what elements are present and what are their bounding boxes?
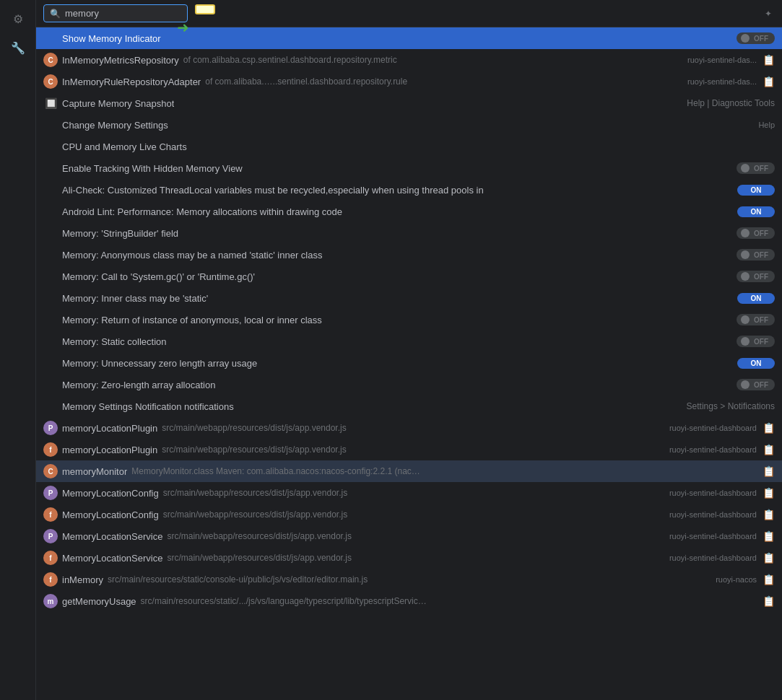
copy-icon[interactable]: 📋: [763, 76, 775, 87]
toggle-off[interactable]: OFF: [737, 271, 775, 282]
list-item[interactable]: PMemoryLocationConfig src/main/webapp/re…: [36, 482, 782, 504]
item-name: memoryLocationPlugin: [62, 423, 157, 434]
list-item[interactable]: Ali-Check: Customized ThreadLocal variab…: [36, 179, 782, 201]
toggle-on[interactable]: ON: [737, 206, 775, 217]
list-item[interactable]: CInMemoryRuleRepositoryAdapter of com.al…: [36, 71, 782, 92]
search-input-wrapper[interactable]: 🔍: [43, 4, 188, 22]
list-item[interactable]: Memory: Unnecessary zero length array us…: [36, 352, 782, 374]
list-item[interactable]: CInMemoryMetricsRepository of com.alibab…: [36, 49, 782, 71]
list-item[interactable]: fMemoryLocationConfig src/main/webapp/re…: [36, 504, 782, 525]
item-name: Memory: Unnecessary zero length array us…: [62, 358, 257, 369]
property-icon: P: [43, 486, 58, 500]
toggle-off[interactable]: OFF: [737, 32, 775, 44]
toggle-label: OFF: [752, 273, 770, 281]
list-item[interactable]: Memory: Static collectionOFF: [36, 331, 782, 352]
toggle-off[interactable]: OFF: [737, 336, 775, 347]
list-item[interactable]: PmemoryLocationPlugin src/main/webapp/re…: [36, 417, 782, 439]
item-right-text: ruoyi-sentinel-dashboard: [669, 510, 757, 519]
list-item[interactable]: Android Lint: Performance: Memory alloca…: [36, 201, 782, 222]
copy-icon[interactable]: 📋: [763, 444, 775, 455]
toggle-on[interactable]: ON: [737, 185, 775, 196]
list-item[interactable]: fmemoryLocationPlugin src/main/webapp/re…: [36, 439, 782, 460]
toggle-knob: [741, 380, 750, 389]
item-secondary: src/main/resources/static/.../js/vs/lang…: [141, 596, 430, 606]
toggle-off[interactable]: OFF: [737, 314, 775, 325]
item-name: Memory: Static collection: [62, 336, 167, 347]
copy-icon[interactable]: 📋: [763, 552, 775, 564]
toggle-off[interactable]: OFF: [737, 162, 775, 174]
icon-spacer: [43, 334, 58, 349]
copy-icon[interactable]: 📋: [763, 509, 775, 520]
item-name: Enable Tracking With Hidden Memory View: [62, 163, 243, 174]
item-right-text[interactable]: Help: [758, 121, 775, 129]
top-bar: 🔍 ➜ ✦: [36, 0, 782, 27]
function-icon: f: [43, 442, 58, 457]
copy-icon[interactable]: 📋: [763, 530, 775, 542]
property-icon: P: [43, 529, 58, 543]
tooltip-box: [195, 4, 215, 14]
copy-icon[interactable]: 📋: [763, 54, 775, 66]
copy-icon[interactable]: 📋: [763, 487, 775, 499]
item-right-text: ruoyi-sentinel-dashboard: [669, 424, 757, 432]
list-item[interactable]: 🔲Capture Memory SnapshotHelp | Diagnosti…: [36, 92, 782, 114]
copy-icon[interactable]: 📋: [763, 465, 775, 477]
list-item[interactable]: Memory: Call to 'System.gc()' or 'Runtim…: [36, 266, 782, 287]
list-item[interactable]: Enable Tracking With Hidden Memory ViewO…: [36, 157, 782, 179]
tools-icon[interactable]: 🔧: [5, 35, 31, 61]
item-secondary: MemoryMonitor.class Maven: com.alibaba.n…: [131, 466, 420, 476]
list-item[interactable]: Memory: Zero-length array allocationOFF: [36, 374, 782, 395]
item-right-text[interactable]: Settings > Notifications: [687, 401, 775, 411]
help-link[interactable]: Help: [687, 98, 705, 108]
toggle-on[interactable]: ON: [737, 358, 775, 369]
icon-spacer: [43, 291, 58, 305]
list-item[interactable]: Memory: Return of instance of anonymous,…: [36, 309, 782, 331]
search-input[interactable]: [65, 8, 166, 19]
toggle-knob: [741, 272, 750, 281]
copy-icon[interactable]: 📋: [763, 595, 775, 607]
list-item[interactable]: Memory: Inner class may be 'static'ON: [36, 287, 782, 309]
list-item[interactable]: PMemoryLocationService src/main/webapp/r…: [36, 525, 782, 547]
icon-spacer: [43, 377, 58, 392]
toggle-off[interactable]: OFF: [737, 227, 775, 239]
item-right-text: ruoyi-sentinel-das...: [687, 77, 757, 86]
list-item[interactable]: CPU and Memory Live Charts: [36, 136, 782, 157]
settings-icon[interactable]: ⚙: [5, 6, 31, 32]
class-icon: C: [43, 464, 58, 478]
toggle-knob: [741, 315, 750, 324]
method-icon: m: [43, 594, 58, 608]
class-icon: C: [43, 74, 58, 89]
icon-spacer: [43, 399, 58, 414]
list-item[interactable]: fMemoryLocationService src/main/webapp/r…: [36, 547, 782, 569]
toggle-off[interactable]: OFF: [737, 249, 775, 261]
icon-spacer: [43, 356, 58, 370]
toggle-label: OFF: [752, 338, 770, 346]
toggle-label: ON: [749, 186, 764, 194]
list-item[interactable]: Memory: Anonymous class may be a named '…: [36, 244, 782, 266]
list-item[interactable]: Change Memory SettingsHelp: [36, 114, 782, 136]
list-item[interactable]: Show Memory IndicatorOFF: [36, 27, 782, 49]
toggle-on[interactable]: ON: [737, 293, 775, 304]
list-item[interactable]: CmemoryMonitor MemoryMonitor.class Maven…: [36, 460, 782, 482]
item-right-text: ruoyi-sentinel-dashboard: [669, 445, 757, 454]
list-item[interactable]: finMemory src/main/resources/static/cons…: [36, 569, 782, 590]
list-item[interactable]: mgetMemoryUsage src/main/resources/stati…: [36, 590, 782, 612]
toggle-off[interactable]: OFF: [737, 379, 775, 390]
diagnostic-tools-link[interactable]: Diagnostic Tools: [712, 98, 775, 108]
item-name: getMemoryUsage: [62, 596, 136, 607]
item-name: memoryMonitor: [62, 466, 127, 477]
property-icon: P: [43, 421, 58, 435]
list-item[interactable]: Memory Settings Notification notificatio…: [36, 395, 782, 417]
toggle-label: OFF: [752, 229, 770, 237]
item-secondary: src/main/resources/static/console-ui/pub…: [108, 574, 368, 585]
item-name: CPU and Memory Live Charts: [62, 141, 187, 152]
toggle-knob: [741, 34, 750, 43]
list-item[interactable]: Memory: 'StringBuilder' fieldOFF: [36, 222, 782, 244]
item-name: inMemory: [62, 574, 103, 585]
item-right-text[interactable]: Help | Diagnostic Tools: [687, 98, 775, 108]
item-name: Change Memory Settings: [62, 120, 168, 131]
search-panel: 🔍 ➜ ✦ Show Memory IndicatorOFFCInMemoryM…: [36, 0, 782, 700]
copy-icon[interactable]: 📋: [763, 574, 775, 585]
class-icon: C: [43, 53, 58, 67]
function-icon: f: [43, 507, 58, 522]
copy-icon[interactable]: 📋: [763, 422, 775, 434]
